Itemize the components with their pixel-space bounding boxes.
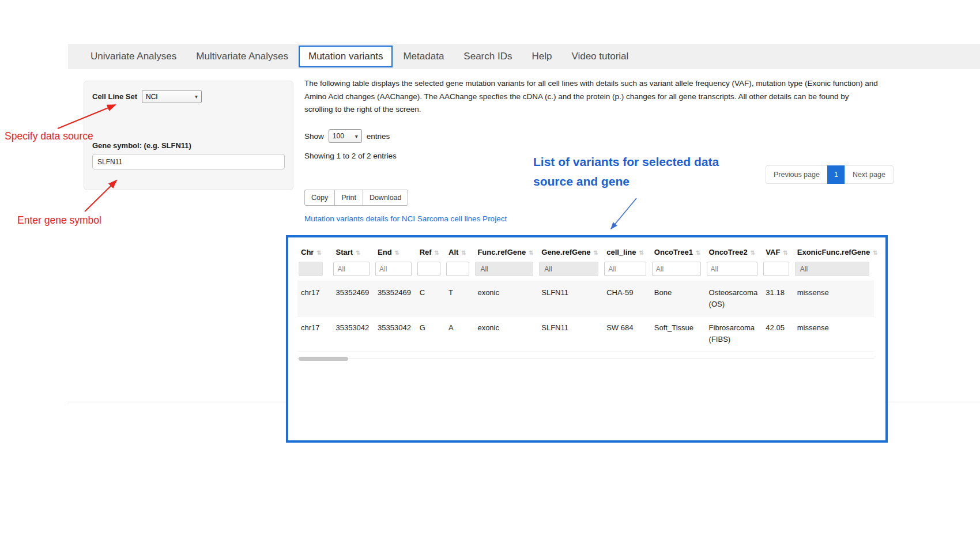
sort-icon: ⇅ [696,250,700,256]
column-header-func-refgene[interactable]: Func.refGene⇅ [474,243,538,261]
annotation-list-of-variants: List of variants for selected data sourc… [533,152,719,191]
column-header-oncotree2[interactable]: OncoTree2⇅ [706,243,763,261]
sort-icon: ⇅ [356,250,360,256]
sort-icon: ⇅ [594,250,598,256]
horizontal-scrollbar[interactable] [297,356,874,363]
filter-cell-line[interactable] [604,262,646,276]
filter-oncotree1[interactable] [652,262,701,276]
filter-ref[interactable] [417,262,440,276]
gene-symbol-group: Gene symbol: (e.g. SLFN11) [92,140,285,169]
tab-univariate-analyses[interactable]: Univariate Analyses [81,44,186,69]
scrollbar-thumb[interactable] [299,357,348,361]
annotation-enter-gene-symbol: Enter gene symbol [17,214,101,227]
column-header-vaf[interactable]: VAF⇅ [762,243,793,261]
cell-line-set-value: NCI [146,93,158,101]
page: Univariate AnalysesMultivariate Analyses… [0,0,980,551]
download-button[interactable]: Download [363,190,409,206]
column-label: End [378,248,392,256]
filter-oncotree2[interactable] [707,262,758,276]
sort-icon: ⇅ [435,250,439,256]
tab-search-ids[interactable]: Search IDs [454,44,522,69]
table-cell: exonic [474,316,538,352]
table-cell: 31.18 [762,281,793,316]
sort-icon: ⇅ [395,250,399,256]
filter-alt[interactable] [446,262,469,276]
column-header-alt[interactable]: Alt⇅ [445,243,474,261]
column-label: Start [336,248,353,256]
table-cell: 35353042 [374,316,416,352]
table-cell: 35353042 [332,316,374,352]
column-header-exonicfunc-refgene[interactable]: ExonicFunc.refGene⇅ [794,243,874,261]
table-cell: SW 684 [603,316,651,352]
column-header-start[interactable]: Start⇅ [332,243,374,261]
table-caption-link[interactable]: Mutation variants details for NCI Sarcom… [304,214,507,223]
sort-icon: ⇅ [529,250,533,256]
column-header-chr[interactable]: Chr⇅ [297,243,332,261]
table-cell: 42.05 [762,316,793,352]
filter-func-refgene[interactable]: All [475,262,533,276]
table-cell: 35352469 [374,281,416,316]
main-nav: Univariate AnalysesMultivariate Analyses… [68,44,980,69]
annotation-list-of-variants-line1: List of variants for selected data [533,152,719,172]
gene-symbol-input[interactable] [92,154,285,169]
tab-mutation-variants[interactable]: Mutation variants [299,46,393,67]
filter-start[interactable] [333,262,370,276]
table-cell: exonic [474,281,538,316]
tab-help[interactable]: Help [522,44,561,69]
table-cell: missense [794,316,874,352]
table-cell: SLFN11 [538,281,603,316]
gene-symbol-label: Gene symbol: (e.g. SLFN11) [92,141,191,150]
table-row[interactable]: chr173535304235353042GAexonicSLFN11SW 68… [297,316,874,352]
filter-chr[interactable] [299,262,323,276]
column-label: Func.refGene [477,248,526,256]
column-label: OncoTree2 [709,248,748,256]
table-cell: chr17 [297,316,332,352]
cell-line-set-label: Cell Line Set [92,92,137,101]
showing-info: Showing 1 to 2 of 2 entries [304,152,397,160]
column-header-end[interactable]: End⇅ [374,243,416,261]
column-label: Gene.refGene [541,248,590,256]
column-label: Alt [448,248,458,256]
tab-video-tutorial[interactable]: Video tutorial [561,44,638,69]
table-cell: G [416,316,445,352]
filter-exonicfunc-refgene[interactable]: All [795,262,869,276]
page-length-select[interactable]: 100 ▾ [329,129,362,143]
column-header-ref[interactable]: Ref⇅ [416,243,445,261]
previous-page-button[interactable]: Previous page [766,165,828,184]
cell-line-set-select[interactable]: NCI ▾ [142,90,202,103]
table-cell: Fibrosarcoma (FIBS) [706,316,763,352]
table-cell: chr17 [297,281,332,316]
print-button[interactable]: Print [334,190,363,206]
column-header-oncotree1[interactable]: OncoTree1⇅ [651,243,706,261]
sidebar-panel: Cell Line Set NCI ▾ Gene symbol: (e.g. S… [84,81,293,190]
table-row[interactable]: chr173535246935352469CTexonicSLFN11CHA-5… [297,281,874,316]
table-filter-row: AllAllAll [297,261,874,281]
sort-icon: ⇅ [751,250,755,256]
table-description: The following table displays the selecte… [304,77,879,116]
next-page-button[interactable]: Next page [845,165,894,184]
sort-icon: ⇅ [873,250,877,256]
filter-end[interactable] [375,262,412,276]
table-cell: CHA-59 [603,281,651,316]
column-label: cell_line [606,248,636,256]
arrow-list-of-variants [611,198,636,229]
column-header-cell-line[interactable]: cell_line⇅ [603,243,651,261]
table-cell: Soft_Tissue [651,316,706,352]
tab-multivariate-analyses[interactable]: Multivariate Analyses [186,44,298,69]
sort-icon: ⇅ [461,250,466,256]
variants-table: Chr⇅Start⇅End⇅Ref⇅Alt⇅Func.refGene⇅Gene.… [297,243,874,352]
sort-icon: ⇅ [783,250,787,256]
scrollbar-track [297,358,874,359]
filter-gene-refgene[interactable]: All [539,262,598,276]
chevron-down-icon: ▾ [195,93,198,100]
current-page-button[interactable]: 1 [827,165,845,184]
tab-metadata[interactable]: Metadata [393,44,454,69]
table-cell: C [416,281,445,316]
copy-button[interactable]: Copy [304,190,335,206]
column-header-gene-refgene[interactable]: Gene.refGene⇅ [538,243,603,261]
pagination: Previous page 1 Next page [766,165,894,184]
filter-vaf[interactable] [763,262,789,276]
page-length-control: Show 100 ▾ entries [304,129,390,143]
column-label: OncoTree1 [654,248,693,256]
table-cell: A [445,316,474,352]
